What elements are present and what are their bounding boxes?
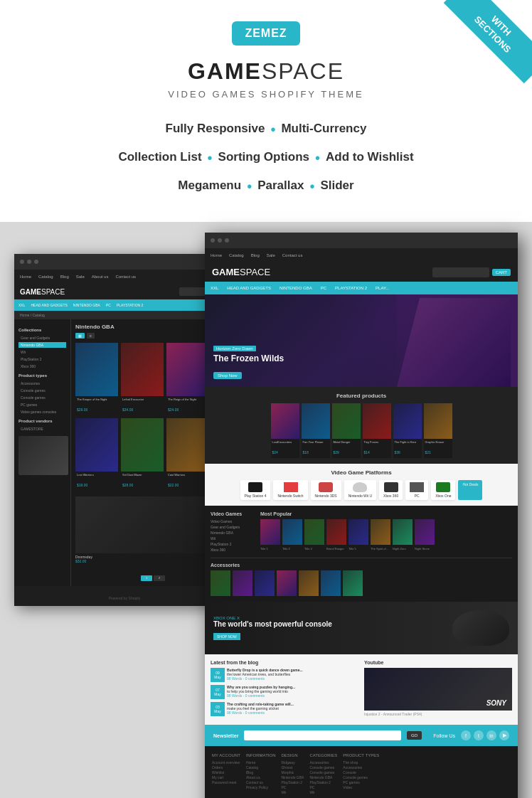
game-cover [282, 519, 302, 545]
right-logo: GAMESPACE [212, 267, 270, 277]
product-card: Metal Danger$29 [332, 403, 361, 458]
game-cover [415, 519, 435, 545]
twitter-icon[interactable]: t [474, 730, 484, 740]
left-sidebar: Collections Gear and Gadgets Nintendo GB… [14, 319, 71, 586]
instagram-icon[interactable]: in [486, 730, 496, 740]
footer-information: INFORMATION Home Catalog Blog About us C… [246, 753, 276, 795]
subscribe-button[interactable]: GO [407, 731, 422, 740]
screenshot-right: HomeCatalogBlogSaleContact us GAMESPACE … [205, 233, 518, 798]
youtube-icon[interactable]: ▶ [499, 730, 509, 740]
accessory-img [299, 570, 319, 596]
games-section: Video Games Video Games Gear and Gadgets… [205, 506, 518, 602]
header-search: CART [432, 267, 511, 277]
game-cover [371, 519, 390, 545]
blog-item: 09May Butterfly Drop is a quick dance do… [211, 668, 358, 682]
blog-section: Latest from the blog 09May Butterfly Dro… [205, 654, 518, 725]
features-list: Fully Responsive•Multi-Currency Collecti… [14, 115, 518, 201]
platform-item: Xbox One [431, 480, 455, 500]
product-card: Graphic Eraser$21 [424, 403, 452, 458]
youtube-col: Youtube ▶ SONY Injustice 2 - Announced T… [364, 660, 512, 719]
game-cover [393, 519, 413, 545]
catalog-item: Lost Warriors $19.00 [75, 418, 118, 491]
platform-item: Xbox 360 [379, 480, 403, 500]
sony-logo: SONY [486, 699, 506, 707]
blog-item: 07May Why are you using puzzles by hangi… [211, 685, 358, 699]
game-cover [349, 519, 368, 545]
catalog-item: The Keeper of the Night $29.00 [75, 343, 118, 415]
left-breadcrumb: Home / Catalog [14, 311, 235, 319]
catalog-item: Sol Dust Blazer $28.00 [121, 418, 164, 491]
xbox-banner: XBOX ONE X The world's most powerful con… [205, 602, 518, 654]
accessory-img [343, 570, 363, 596]
platform-item: Nintendo Switch [273, 480, 307, 500]
accessory-img [255, 570, 275, 596]
platform-item: Play Station 4 [240, 480, 271, 500]
platform-item: Nintendo Wii U [344, 480, 376, 500]
hot-deals-btn[interactable]: Hot Deals [458, 480, 482, 500]
game-cover [260, 519, 280, 545]
product-card: The Fight is Here$36 [393, 403, 422, 458]
left-logo: GAMESPACE [20, 288, 65, 296]
catalog-item: Lethal Encounter $34.00 [121, 343, 164, 415]
platform-item: PC [405, 480, 428, 500]
blog-col: Latest from the blog 09May Butterfly Dro… [211, 660, 358, 719]
footer-categories: CATEGORIES Accessories Console games Con… [309, 753, 337, 795]
product-card: Fan Your Flower$18 [302, 403, 330, 458]
screenshot-left: HomeCatalogBlogSaleAbout usContact us GA… [14, 254, 235, 606]
right-footer: MY ACCOUNT Account overview Orders Wishl… [205, 746, 518, 798]
product-card: LostEncounters$24 [271, 403, 299, 458]
blog-item: 03May The crafting and role-taking game … [211, 702, 358, 716]
featured-section: Featured products LostEncounters$24 Fan … [205, 387, 518, 464]
accessory-img [321, 570, 341, 596]
game-cover [304, 519, 324, 545]
right-site-header: GAMESPACE CART [205, 262, 518, 282]
right-top-nav: HomeCatalogBlogSaleContact us [205, 248, 518, 262]
screenshots-container: HomeCatalogBlogSaleAbout usContact us GA… [14, 233, 518, 798]
footer-design: DESIGN Ridgway Ghosst Morphic Nintendo G… [281, 753, 304, 795]
right-site-nav: XXLHEAD AND GADGETSNINTENDO GBAPCPLAYSTA… [205, 282, 518, 294]
catalog-item: The Reign of the Night $24.00 [166, 343, 209, 415]
featured-products-row: LostEncounters$24 Fan Your Flower$18 Met… [211, 403, 512, 458]
newsletter-section: Newsletter GO Follow Us f t in ▶ [205, 725, 518, 746]
footer-product-types: PRODUCT TYPES The shop Accessories Conso… [343, 753, 379, 795]
platforms-section: Video Game Platforms Play Station 4 Nint… [205, 464, 518, 506]
facebook-icon[interactable]: f [461, 730, 471, 740]
game-cover [326, 519, 346, 545]
product-card: Tiny Forces$14 [363, 403, 391, 458]
ribbon-text: WITHSECTIONS [444, 0, 532, 83]
accessory-img [277, 570, 297, 596]
catalog-item: Cast Warriors $22.00 [166, 418, 209, 491]
corner-ribbon: WITHSECTIONS [432, 0, 532, 100]
hero-banner: Horizon Zero Dawn The Frozen Wilds Shop … [205, 294, 518, 387]
social-icons: f t in ▶ [461, 730, 509, 740]
footer-my-account: MY ACCOUNT Account overview Orders Wishl… [212, 753, 240, 795]
youtube-thumbnail[interactable]: ▶ SONY [364, 668, 512, 711]
footer-columns: MY ACCOUNT Account overview Orders Wishl… [212, 753, 511, 795]
platform-item: Nintendo 3DS [311, 480, 341, 500]
accessory-img [211, 570, 230, 596]
left-footer: Powered by Shopify [14, 586, 235, 606]
newsletter-input[interactable] [244, 730, 401, 740]
controller-image [452, 610, 509, 646]
left-nav: XXLHEAD AND GADGETSNINTENDO GBAPCPLAYSTA… [14, 299, 235, 311]
left-main-content: Collections Gear and Gadgets Nintendo GB… [14, 319, 235, 586]
platforms-grid: Play Station 4 Nintendo Switch Nintendo … [211, 480, 512, 500]
accessory-img [233, 570, 252, 596]
